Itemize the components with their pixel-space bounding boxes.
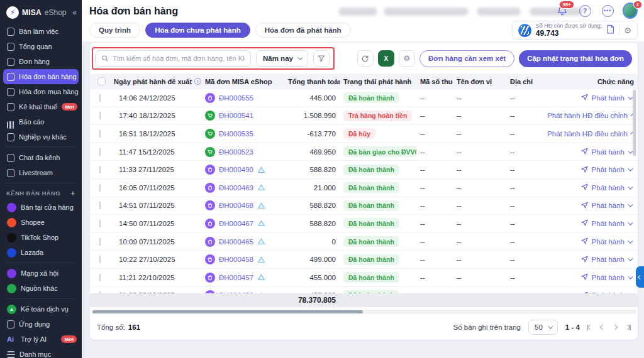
order-code-link[interactable]: ĐH000458 (219, 256, 253, 263)
add-channel-icon[interactable]: + (70, 188, 75, 198)
warning-triangle-icon[interactable] (257, 219, 265, 227)
row-checkbox[interactable] (99, 202, 101, 209)
sidebar-item-purchase-invoice[interactable]: Hóa đơn mua hàng (0, 84, 82, 99)
period-filter-dropdown[interactable]: Năm nay (256, 50, 308, 67)
column-header: Mã đơn MISA eShop (201, 78, 284, 85)
update-invoice-status-button[interactable]: Cập nhật trạng thái hóa đơn (519, 50, 632, 67)
row-action-button[interactable]: Phát hành (547, 273, 638, 282)
warning-triangle-icon[interactable] (257, 166, 265, 174)
order-code-link[interactable]: ĐH000555 (219, 94, 253, 102)
more-options-icon[interactable]: ••• (600, 3, 615, 18)
sidebar-item-tiktok[interactable]: TikTok Shop (0, 230, 82, 245)
warning-triangle-icon[interactable] (257, 291, 265, 293)
collapse-panel-handle[interactable] (636, 266, 644, 288)
total-amount: 21.000 (284, 184, 340, 192)
prev-page-button[interactable] (601, 325, 604, 329)
row-checkbox[interactable] (99, 184, 101, 192)
sidebar-item-catalog[interactable]: Danh mục (0, 347, 82, 358)
row-checkbox[interactable] (99, 166, 101, 173)
row-checkbox[interactable] (99, 220, 101, 227)
sidebar-item-workspace[interactable]: Bàn làm việc (0, 24, 82, 39)
row-checkbox[interactable] (99, 130, 101, 138)
row-action-button[interactable]: Phát hành (547, 219, 638, 228)
row-action-button[interactable]: Phát hành (547, 201, 638, 210)
horizontal-scrollbar[interactable] (91, 310, 636, 314)
sidebar-item-shopee[interactable]: Shopee (0, 215, 82, 230)
tab-quy-trình[interactable]: Quy trình (89, 23, 140, 38)
search-input[interactable] (113, 55, 245, 62)
row-action-button[interactable]: Phát hành (547, 147, 638, 156)
per-page-select[interactable]: 50 (528, 320, 558, 335)
filter-funnel-button[interactable] (313, 50, 330, 67)
info-icon[interactable]: i (194, 78, 201, 85)
row-action-button[interactable]: Phát hành (547, 165, 638, 175)
horizontal-scrollbar-thumb[interactable] (92, 310, 363, 313)
sidebar-item-orders[interactable]: Đơn hàng (0, 54, 82, 69)
tab-hóa-đơn-đã-phát-hành[interactable]: Hóa đơn đã phát hành (255, 23, 351, 38)
warning-triangle-icon[interactable] (257, 237, 265, 246)
order-code-link[interactable]: ĐH000523 (219, 148, 253, 156)
first-page-button[interactable] (587, 325, 592, 330)
publish-send-icon (580, 93, 589, 102)
sidebar-item-ai[interactable]: AiTrợ lý AIMới (0, 332, 82, 347)
warning-triangle-icon[interactable] (257, 273, 265, 281)
row-action-button[interactable]: Phát hành (547, 237, 638, 246)
row-action-button[interactable]: Phát hành HĐ điều chỉnh (547, 111, 638, 121)
row-action-button[interactable]: Phát hành (547, 93, 638, 102)
review-orders-button[interactable]: Đơn hàng cần xem xét (419, 50, 514, 67)
chevron-down-icon (297, 55, 303, 60)
sidebar-item-chat[interactable]: Chat đa kênh (0, 150, 82, 165)
quota-settings-gear-icon[interactable]: ⚙ (624, 26, 631, 35)
row-action-button[interactable]: Phát hành (547, 291, 638, 293)
row-checkbox[interactable] (99, 256, 101, 263)
sidebar-item-livestream[interactable]: Livestream (0, 165, 82, 180)
row-checkbox[interactable] (99, 148, 101, 156)
warning-triangle-icon[interactable] (257, 256, 265, 264)
export-excel-button[interactable]: X (378, 50, 394, 67)
user-avatar[interactable]: 1 (623, 3, 638, 18)
sidebar-item-store-channel[interactable]: Bán tại cửa hàng (0, 200, 82, 215)
row-checkbox[interactable] (99, 94, 101, 102)
last-page-button[interactable] (626, 325, 631, 330)
row-checkbox[interactable] (99, 238, 101, 246)
row-action-button[interactable]: Phát hành HĐ điều chỉnh (547, 129, 638, 138)
row-checkbox[interactable] (99, 291, 101, 293)
row-checkbox[interactable] (99, 112, 101, 119)
sidebar-item-sales-invoice[interactable]: Hóa đơn bán hàng (3, 69, 79, 84)
sidebar-item-other-ops[interactable]: Nghiệp vụ khác (0, 129, 82, 144)
vertical-scrollbar[interactable] (633, 90, 636, 285)
warning-triangle-icon[interactable] (257, 202, 265, 210)
sidebar-item-other-source[interactable]: Nguồn khác (0, 281, 82, 296)
sidebar-item-lazada[interactable]: Lazada (0, 245, 82, 260)
sidebar-item-social[interactable]: Mạng xã hội (0, 266, 82, 281)
sidebar-item-tax[interactable]: Kê khai thuếMới (0, 99, 82, 114)
order-code-link[interactable]: ĐH000490 (219, 166, 253, 173)
order-code-link[interactable]: ĐH000469 (219, 184, 253, 192)
help-icon[interactable]: ? (577, 3, 592, 18)
next-page-button[interactable] (613, 325, 617, 329)
row-action-button[interactable]: Phát hành (547, 255, 638, 264)
refresh-button[interactable] (357, 50, 374, 67)
sidebar-item-accounting[interactable]: ▲Kế toán dịch vụ (0, 301, 82, 317)
order-code-link[interactable]: ĐH000541 (219, 112, 253, 119)
order-code-link[interactable]: ĐH000468 (219, 202, 253, 209)
document-icon[interactable] (606, 24, 614, 36)
tab-hóa-đơn-chưa-phát-hành[interactable]: Hóa đơn chưa phát hành (145, 23, 250, 38)
table-settings-button[interactable]: ⚙ (399, 50, 415, 67)
warning-triangle-icon[interactable] (257, 183, 265, 192)
sidebar-item-report[interactable]: Báo cáo (0, 114, 82, 129)
notification-bell-icon[interactable]: 99+ (555, 3, 570, 18)
sidebar-item-apps[interactable]: Ứng dụng (0, 317, 82, 332)
order-code-link[interactable]: ĐH000457 (219, 274, 253, 281)
sidebar-item-overview[interactable]: Tổng quan (0, 39, 82, 54)
row-action-button[interactable]: Phát hành (547, 183, 638, 192)
select-all-checkbox[interactable] (97, 77, 106, 85)
order-code-link[interactable]: ĐH000456 (219, 291, 253, 293)
order-code-link[interactable]: ĐH000535 (219, 130, 253, 138)
order-code-link[interactable]: ĐH000465 (219, 238, 253, 246)
vertical-scrollbar-thumb[interactable] (633, 90, 636, 156)
row-checkbox[interactable] (99, 274, 101, 281)
redacted-text (384, 8, 469, 16)
order-code-link[interactable]: ĐH000467 (219, 220, 253, 227)
sidebar-collapse-icon[interactable]: « (72, 8, 77, 17)
